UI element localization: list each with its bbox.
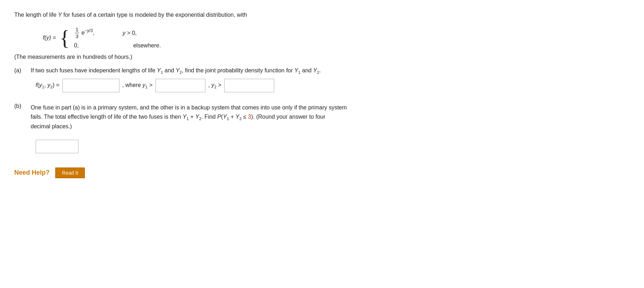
case-row-2: 0, elsewhere. — [74, 42, 161, 49]
part-a-y1-bound-input[interactable] — [155, 79, 205, 92]
case-2-formula: 0, — [74, 42, 117, 49]
part-b-letter: (b) — [14, 103, 25, 109]
part-a-letter: (a) — [14, 67, 25, 74]
f-label: f(y) = — [43, 35, 56, 41]
case-1-formula: 1 3 e−y/3, — [74, 26, 117, 40]
where-label: , where y1 > — [122, 82, 153, 89]
part-a-formula-input[interactable] — [62, 79, 119, 92]
part-b: (b) One fuse in part (a) is in a primary… — [14, 103, 630, 153]
part-a-answer-row: f(y1, y2) = , where y1 > , y2 > — [36, 79, 630, 92]
case-1-condition: y > 0, — [123, 30, 137, 36]
part-b-answer-row — [14, 135, 630, 153]
need-help-label: Need Help? — [14, 169, 50, 176]
y2-label: , y2 > — [208, 82, 221, 89]
intro-text: The length of life Y for fuses of a cert… — [14, 11, 630, 19]
part-b-label: (b) One fuse in part (a) is in a primary… — [14, 103, 630, 131]
need-help-section: Need Help? Read It — [14, 168, 630, 178]
read-it-button[interactable]: Read It — [55, 168, 85, 178]
part-b-answer-input[interactable] — [36, 140, 78, 153]
measurements-text: (The measurements are in hundreds of hou… — [14, 54, 630, 60]
case-row-1: 1 3 e−y/3, y > 0, — [74, 26, 161, 40]
part-a-label: (a) If two such fuses have independent l… — [14, 67, 630, 74]
piecewise-function: f(y) = { 1 3 e−y/3, y > 0, 0, elsewhere. — [43, 26, 630, 49]
part-b-text: One fuse in part (a) is in a primary sys… — [31, 103, 347, 131]
part-a-text: If two such fuses have independent lengt… — [31, 67, 321, 74]
f-y1-y2-label: f(y1, y2) = — [36, 82, 60, 89]
part-a: (a) If two such fuses have independent l… — [14, 67, 630, 92]
piecewise-cases: 1 3 e−y/3, y > 0, 0, elsewhere. — [74, 26, 161, 49]
case-2-condition: elsewhere. — [133, 42, 161, 49]
part-a-y2-bound-input[interactable] — [224, 79, 274, 92]
left-brace: { — [60, 27, 70, 48]
